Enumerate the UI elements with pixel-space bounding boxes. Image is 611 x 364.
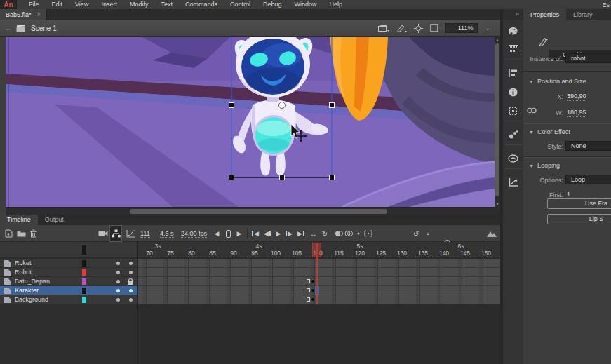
new-layer-button[interactable] xyxy=(3,225,14,242)
center-playhead-button[interactable]: ↔ xyxy=(309,225,318,242)
layer-visibility-toggle[interactable] xyxy=(116,271,120,274)
go-to-first-frame-button[interactable]: ◀ xyxy=(250,225,261,242)
layer-visibility-toggle[interactable] xyxy=(116,280,120,283)
layer-locked-icon[interactable] xyxy=(128,278,133,285)
center-frame-button[interactable] xyxy=(414,24,423,33)
play-button[interactable]: ▶ xyxy=(274,225,283,242)
layer-name[interactable]: Batu_Depan xyxy=(15,278,50,285)
frame-row-background[interactable] xyxy=(138,295,500,304)
frames-grid[interactable] xyxy=(138,259,500,304)
transform-panel-icon[interactable] xyxy=(503,102,523,119)
frame-row-karakter[interactable] xyxy=(138,286,500,295)
link-width-height-icon[interactable] xyxy=(527,107,537,114)
workspace-switcher[interactable]: Es xyxy=(602,1,611,8)
layer-lock-toggle[interactable] xyxy=(129,271,133,274)
layer-visibility-toggle[interactable] xyxy=(116,289,120,292)
stage-canvas[interactable] xyxy=(6,37,495,207)
edit-scene-button[interactable] xyxy=(378,24,389,32)
reset-timeline-zoom-button[interactable]: ↺ xyxy=(411,225,421,242)
x-value[interactable]: 390,90 xyxy=(567,93,586,101)
vertical-scroll-thumb[interactable] xyxy=(495,43,499,196)
edit-symbols-button[interactable] xyxy=(396,24,407,32)
menu-control[interactable]: Control xyxy=(224,0,257,9)
new-folder-button[interactable] xyxy=(15,225,27,242)
motion-editor-panel-icon[interactable] xyxy=(503,174,523,191)
layer-outline-swatch[interactable] xyxy=(82,278,86,285)
scroll-up-icon[interactable]: ▴ xyxy=(495,37,500,43)
layer-row-robot[interactable]: Robot xyxy=(0,268,138,277)
timeline-divider[interactable] xyxy=(137,242,138,304)
onion-skin-button[interactable] xyxy=(334,225,344,242)
outline-column-header[interactable] xyxy=(82,245,86,255)
layer-outline-swatch[interactable] xyxy=(82,297,86,303)
layer-name[interactable]: Background xyxy=(15,296,48,303)
back-arrow-icon[interactable]: ← xyxy=(4,24,12,32)
frame-row-roket[interactable] xyxy=(138,259,500,268)
color-panel-icon[interactable] xyxy=(503,22,523,39)
pause-button[interactable] xyxy=(223,225,233,242)
menu-file[interactable]: File xyxy=(22,0,46,9)
step-back-button[interactable]: ◀ xyxy=(212,225,222,242)
stage-horizontal-scrollbar[interactable] xyxy=(6,207,495,215)
layer-outline-swatch[interactable] xyxy=(82,269,86,276)
edit-multiple-frames-button[interactable] xyxy=(354,225,363,242)
menu-text[interactable]: Text xyxy=(154,0,179,9)
brush-library-panel-icon[interactable] xyxy=(503,126,523,143)
loop-options-dropdown[interactable]: Loop xyxy=(565,175,611,184)
horizontal-scroll-thumb[interactable] xyxy=(130,209,387,214)
color-effect-section-header[interactable]: ▼Color Effect xyxy=(529,128,570,135)
layer-lock-toggle[interactable] xyxy=(129,289,133,292)
info-panel-icon[interactable] xyxy=(503,83,523,100)
close-tab-icon[interactable]: × xyxy=(37,11,41,18)
clip-content-button[interactable] xyxy=(430,24,438,32)
tab-timeline[interactable]: Timeline xyxy=(0,215,38,225)
playhead-line[interactable] xyxy=(316,243,318,304)
layer-lock-toggle[interactable] xyxy=(129,298,133,302)
menu-commands[interactable]: Commands xyxy=(179,0,224,9)
keyframe-dot[interactable] xyxy=(311,298,314,301)
layer-row-roket[interactable]: Roket xyxy=(0,259,138,268)
elapsed-time-field[interactable]: 4.6 s xyxy=(160,230,174,238)
instance-name-field[interactable]: robot xyxy=(565,53,611,63)
use-frame-picker-button[interactable]: Use Fra xyxy=(547,198,611,209)
tab-properties[interactable]: Properties xyxy=(523,9,566,20)
collapse-panels-icon[interactable]: » xyxy=(516,11,518,18)
menu-modify[interactable]: Modify xyxy=(123,0,155,9)
w-value[interactable]: 180,95 xyxy=(567,109,586,117)
layer-name[interactable]: Robot xyxy=(15,269,32,276)
tab-output[interactable]: Output xyxy=(38,215,71,225)
step-forward-one-frame-button[interactable]: ▶ xyxy=(283,225,295,242)
keyframe-dot[interactable] xyxy=(311,280,314,283)
zoom-dropdown-chevron-icon[interactable]: ⌄ xyxy=(485,25,490,32)
layer-visibility-toggle[interactable] xyxy=(116,298,120,302)
onion-skin-outlines-button[interactable] xyxy=(344,225,354,242)
zoom-in-frames-icon[interactable] xyxy=(485,225,498,242)
layer-name[interactable]: Roket xyxy=(15,259,32,267)
looping-section-header[interactable]: ▼Looping xyxy=(529,162,560,169)
menu-insert[interactable]: Insert xyxy=(95,0,123,9)
timeline-ruler[interactable]: 3s 4s 5s 6s 70 75 80 85 90 95 100 105 11… xyxy=(138,242,500,258)
loop-playback-button[interactable]: ↻ xyxy=(320,225,330,242)
menu-window[interactable]: Window xyxy=(288,0,323,9)
position-size-section-header[interactable]: ▼Position and Size xyxy=(529,78,586,85)
frame-row-robot[interactable] xyxy=(138,268,500,277)
menu-help[interactable]: Help xyxy=(323,0,349,9)
layer-row-batu-depan[interactable]: Batu_Depan xyxy=(0,277,138,286)
layer-row-background[interactable]: Background xyxy=(0,295,138,304)
align-panel-icon[interactable] xyxy=(503,65,523,81)
layer-name[interactable]: Karakter xyxy=(15,287,39,294)
layer-row-karakter[interactable]: Karakter xyxy=(0,286,138,295)
layer-parenting-button[interactable] xyxy=(109,225,122,242)
go-to-last-frame-button[interactable]: ▶ xyxy=(295,225,307,242)
frame-rate-field[interactable]: 24.00 fps xyxy=(181,230,207,238)
cc-libraries-panel-icon[interactable] xyxy=(503,150,523,167)
menu-view[interactable]: View xyxy=(69,0,95,9)
layer-lock-toggle[interactable] xyxy=(129,262,133,265)
delete-layer-button[interactable] xyxy=(28,225,39,242)
modify-markers-button[interactable] xyxy=(363,225,373,242)
menu-edit[interactable]: Edit xyxy=(46,0,69,9)
current-frame-field[interactable]: 111 xyxy=(140,230,150,238)
layer-outline-swatch[interactable] xyxy=(82,288,86,294)
swatches-panel-icon[interactable] xyxy=(503,41,523,58)
step-back-one-frame-button[interactable]: ◀ xyxy=(262,225,273,242)
